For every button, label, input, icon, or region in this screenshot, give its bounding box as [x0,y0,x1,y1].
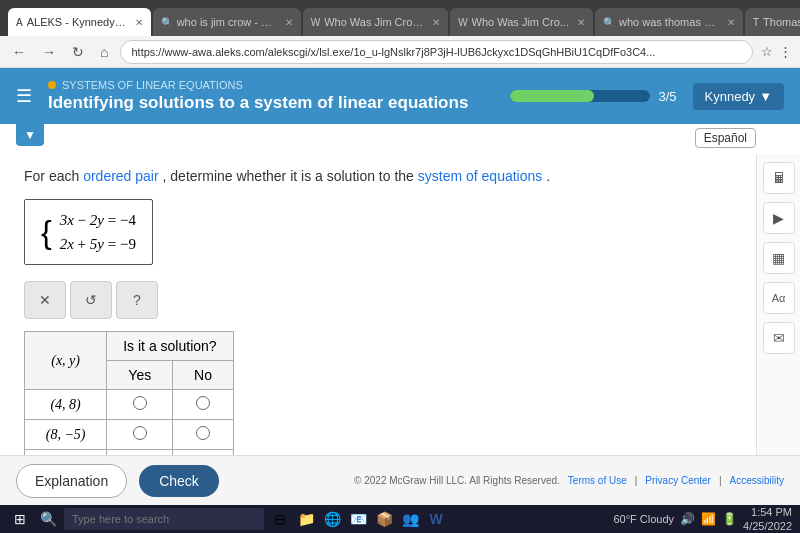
start-button[interactable]: ⊞ [8,509,32,529]
table-cell-yes-1[interactable] [107,420,173,450]
accessibility-link[interactable]: Accessibility [730,475,784,486]
calculator-button[interactable]: 🖩 [763,162,795,194]
action-buttons: ✕ ↺ ? [24,281,732,319]
taskbar-store-icon[interactable]: 📦 [374,509,394,529]
tray-icon2: 📶 [701,512,716,526]
url-box[interactable]: https://www-awa.aleks.com/alekscgi/x/lsl… [120,40,753,64]
topic-label: SYSTEMS OF LINEAR EQUATIONS [48,79,468,91]
ordered-pair-link[interactable]: ordered pair [83,168,159,184]
terms-link[interactable]: Terms of Use [568,475,627,486]
tray-icon1: 🔊 [680,512,695,526]
top-controls: ▼ Español [0,124,800,154]
hamburger-icon[interactable]: ☰ [16,85,32,107]
taskbar-time: 1:54 PM 4/25/2022 [743,505,792,533]
progress-area: 3/5 [510,89,676,104]
radio-yes-0[interactable] [133,396,147,410]
table-cell-coord-0: (4, 8) [25,390,107,420]
explanation-button[interactable]: Explanation [16,464,127,498]
taskbar-search-input[interactable] [64,508,264,530]
weather-text: 60°F Cloudy [613,513,674,525]
home-button[interactable]: ⌂ [96,42,112,62]
table-cell-yes-0[interactable] [107,390,173,420]
radio-no-1[interactable] [196,426,210,440]
radio-yes-1[interactable] [133,426,147,440]
progress-bar-fill [510,90,594,102]
browser-tab-tab1[interactable]: AALEKS - Kynnedy C...✕ [8,8,151,36]
table-header-xy: (x, y) [25,332,107,390]
taskbar-mail-icon[interactable]: 📧 [348,509,368,529]
mail-button[interactable]: ✉ [763,322,795,354]
copyright-area: © 2022 McGraw Hill LLC. All Rights Reser… [354,475,784,486]
aleks-header: ☰ SYSTEMS OF LINEAR EQUATIONS Identifyin… [0,68,800,124]
browser-tabs: AALEKS - Kynnedy C...✕🔍who is jim crow -… [8,0,800,36]
taskbar-files-icon[interactable]: 📁 [296,509,316,529]
equations-list: 3x − 2y = −4 2x + 5y = −9 [60,208,136,256]
url-text: https://www-awa.aleks.com/alekscgi/x/lsl… [131,46,655,58]
privacy-link[interactable]: Privacy Center [645,475,711,486]
help-button[interactable]: ? [116,281,158,319]
clear-button[interactable]: ✕ [24,281,66,319]
tray-icon3: 🔋 [722,512,737,526]
taskbar-right: 60°F Cloudy 🔊 📶 🔋 1:54 PM 4/25/2022 [613,505,792,533]
progress-text: 3/5 [658,89,676,104]
radio-no-0[interactable] [196,396,210,410]
browser-chrome: AALEKS - Kynnedy C...✕🔍who is jim crow -… [0,0,800,36]
check-button[interactable]: Check [139,465,219,497]
browser-tab-tab4[interactable]: WWho Was Jim Cro...✕ [450,8,593,36]
back-button[interactable]: ← [8,42,30,62]
table-header-solution: Is it a solution? [107,332,233,361]
brace-symbol: { [41,216,52,248]
browser-tab-tab2[interactable]: 🔍who is jim crow - S...✕ [153,8,301,36]
aleks-header-left: SYSTEMS OF LINEAR EQUATIONS Identifying … [48,79,468,113]
equation-1: 3x − 2y = −4 [60,208,136,232]
taskbar-word-icon[interactable]: W [426,509,446,529]
undo-button[interactable]: ↺ [70,281,112,319]
address-bar: ← → ↻ ⌂ https://www-awa.aleks.com/aleksc… [0,36,800,68]
equation-2: 2x + 5y = −9 [60,232,136,256]
table-row: (4, 8) [25,390,234,420]
browser-tab-tab3[interactable]: WWho Was Jim Crow...✕ [303,8,448,36]
question-intro: For each ordered pair , determine whethe… [24,166,732,187]
table-cell-coord-1: (8, −5) [25,420,107,450]
browser-tab-tab5[interactable]: 🔍who was thomas d...✕ [595,8,743,36]
text-size-button[interactable]: Aα [763,282,795,314]
system-of-equations-link[interactable]: system of equations [418,168,543,184]
table-cell-no-1[interactable] [173,420,233,450]
video-button[interactable]: ▶ [763,202,795,234]
grid-button[interactable]: ▦ [763,242,795,274]
collapse-button[interactable]: ▼ [16,124,44,146]
equation-box: { 3x − 2y = −4 2x + 5y = −9 [24,199,153,265]
forward-button[interactable]: → [38,42,60,62]
settings-icon[interactable]: ⋮ [779,44,792,59]
taskbar: ⊞ 🔍 ⊟ 📁 🌐 📧 📦 👥 W 60°F Cloudy 🔊 📶 🔋 1:54… [0,505,800,533]
topic-dot [48,81,56,89]
taskbar-teams-icon[interactable]: 👥 [400,509,420,529]
bottom-bar: Explanation Check © 2022 McGraw Hill LLC… [0,455,800,505]
taskbar-search-icon: 🔍 [38,509,58,529]
espanol-button[interactable]: Español [695,128,756,148]
table-row: (8, −5) [25,420,234,450]
table-header-no: No [173,361,233,390]
progress-bar [510,90,650,102]
copyright-text: © 2022 McGraw Hill LLC. All Rights Reser… [354,475,560,486]
taskbar-browser-icon[interactable]: 🌐 [322,509,342,529]
taskbar-multitask-icon[interactable]: ⊟ [270,509,290,529]
page-title: Identifying solutions to a system of lin… [48,93,468,113]
browser-tab-tab6[interactable]: TThomas Rice, The E...✕ [745,8,800,36]
user-button[interactable]: Kynnedy ▼ [693,83,784,110]
aleks-header-right: 3/5 Kynnedy ▼ [510,83,784,110]
bookmark-icon[interactable]: ☆ [761,44,773,59]
url-icons: ☆ ⋮ [761,44,792,59]
table-header-yes: Yes [107,361,173,390]
table-cell-no-0[interactable] [173,390,233,420]
reload-button[interactable]: ↻ [68,42,88,62]
